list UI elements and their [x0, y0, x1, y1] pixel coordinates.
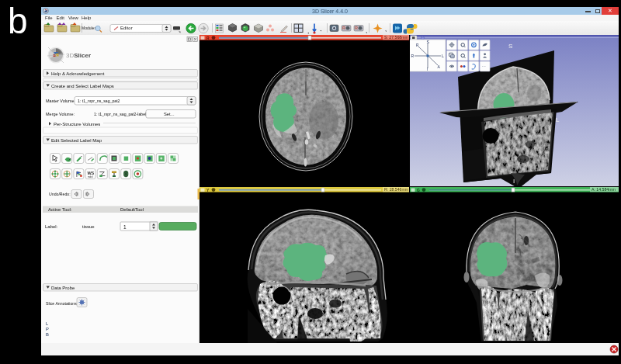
svg-text:Slice Annotations:: Slice Annotations:: [46, 301, 78, 306]
svg-text:I: I: [513, 178, 515, 185]
svg-text:Set...: Set...: [164, 112, 175, 116]
svg-text:Modules:: Modules:: [82, 26, 97, 30]
svg-text:R: 28.546mm: R: 28.546mm: [384, 187, 408, 192]
svg-text:1: t1_mpr_ns_sag_pat2: 1: t1_mpr_ns_sag_pat2: [78, 99, 120, 103]
svg-text:1: t1_mpr_ns_sag_pat2-label: 1: t1_mpr_ns_sag_pat2-label: [94, 112, 146, 116]
svg-text:Active Tool:: Active Tool:: [48, 207, 72, 212]
svg-text:1: 1: [123, 224, 127, 230]
svg-text:L: L: [442, 54, 444, 58]
svg-text:Merge Volume:: Merge Volume:: [46, 112, 75, 116]
svg-text:Create and Select Label Maps: Create and Select Label Maps: [51, 84, 114, 88]
svg-text:R: R: [355, 26, 358, 30]
svg-text:Editor: Editor: [120, 26, 133, 30]
svg-text:P: P: [46, 327, 49, 331]
svg-text:Undo/Redo:: Undo/Redo:: [49, 192, 71, 196]
svg-text:Help & Acknowledgement: Help & Acknowledgement: [51, 71, 105, 76]
svg-text:tissue: tissue: [82, 224, 95, 229]
svg-text:Master Volume:: Master Volume:: [46, 99, 76, 103]
svg-text:B: B: [46, 332, 49, 337]
svg-text:Data Probe: Data Probe: [51, 286, 75, 290]
svg-text:Edit Selected Label Map: Edit Selected Label Map: [51, 138, 102, 143]
svg-text:A: 14.584mm: A: 14.584mm: [592, 187, 616, 192]
svg-text:3DSlicer: 3DSlicer: [66, 52, 91, 59]
svg-text:Label:: Label:: [45, 224, 58, 229]
svg-text:S: S: [508, 43, 512, 50]
svg-text:mdel: mdel: [88, 175, 93, 179]
svg-text:G: G: [417, 188, 420, 192]
svg-text:DefaultTool: DefaultTool: [120, 207, 144, 212]
svg-text:L: L: [556, 116, 560, 123]
svg-text:R: R: [411, 54, 415, 58]
svg-text:...: ...: [482, 63, 486, 68]
svg-text:Per-Structure Volumes: Per-Structure Volumes: [54, 122, 100, 127]
svg-text:R: R: [342, 26, 345, 30]
svg-text:R: R: [206, 36, 210, 40]
svg-text:I: I: [427, 67, 428, 71]
svg-text:S: 27.568mm: S: 27.568mm: [384, 35, 408, 40]
